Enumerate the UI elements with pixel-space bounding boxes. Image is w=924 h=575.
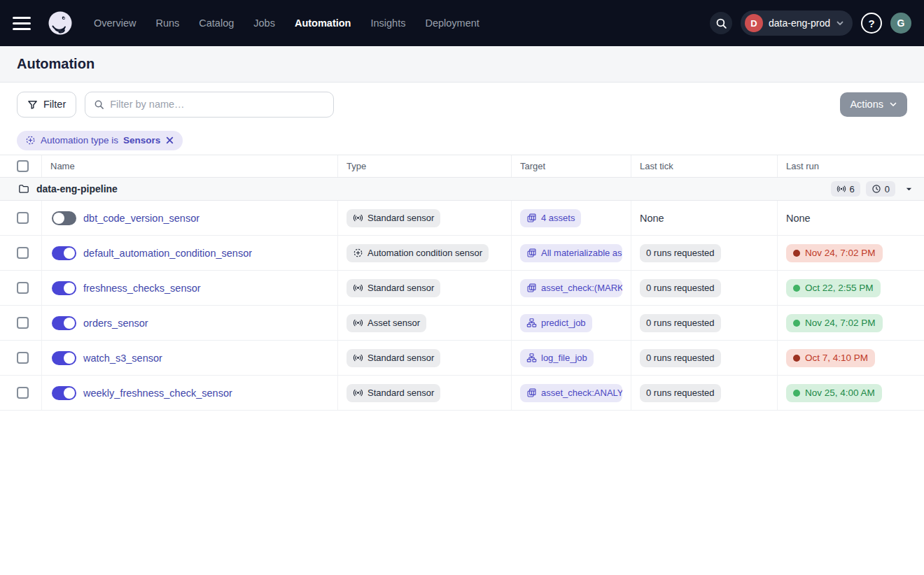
sensor-type-chip: Standard sensor (346, 349, 440, 367)
nav-item-automation[interactable]: Automation (295, 17, 351, 29)
folder-icon (18, 183, 29, 194)
sensor-name-link[interactable]: default_automation_condition_sensor (83, 248, 252, 259)
table-row: default_automation_condition_sensor Auto… (0, 236, 924, 271)
last-tick-chip[interactable]: 0 runs requested (640, 244, 721, 262)
row-checkbox[interactable] (17, 387, 29, 399)
asset-icon (526, 213, 537, 223)
last-tick-value: None (640, 213, 664, 224)
top-nav: OverviewRunsCatalogJobsAutomationInsight… (0, 0, 924, 46)
menu-icon[interactable] (13, 17, 31, 30)
dagster-logo-icon[interactable] (46, 9, 74, 37)
sensor-name-link[interactable]: freshness_checks_sensor (83, 283, 201, 294)
name-filter-input[interactable] (110, 99, 325, 110)
status-dot-icon (793, 250, 800, 257)
status-dot-icon (793, 390, 800, 397)
last-run-chip[interactable]: Oct 7, 4:10 PM (786, 349, 875, 367)
table-row: freshness_checks_sensor Standard sensor … (0, 271, 924, 306)
asset-icon (526, 283, 537, 293)
search-icon (94, 99, 104, 110)
table-row: dbt_code_version_sensor Standard sensor … (0, 201, 924, 236)
sensor-toggle[interactable] (52, 351, 76, 365)
sensor-toggle[interactable] (52, 246, 76, 260)
last-tick-chip[interactable]: 0 runs requested (640, 349, 721, 367)
collapse-group-icon[interactable] (905, 185, 913, 193)
sensor-target-chip[interactable]: asset_check:(MARK (520, 279, 622, 297)
sensor-target-chip[interactable]: log_file_job (520, 349, 594, 367)
nav-item-deployment[interactable]: Deployment (425, 17, 479, 29)
sensor-icon (353, 388, 363, 398)
user-avatar[interactable]: G (890, 13, 911, 34)
last-run-chip[interactable]: Nov 25, 4:00 AM (786, 384, 882, 402)
name-filter-box (85, 92, 334, 118)
filter-button-label: Filter (43, 99, 66, 110)
select-all-checkbox[interactable] (17, 160, 29, 172)
sensor-icon (353, 318, 363, 328)
workspace-name: data-eng-prod (769, 17, 830, 29)
sensor-icon (836, 184, 846, 194)
sensor-name-link[interactable]: watch_s3_sensor (83, 353, 162, 364)
sensor-toggle[interactable] (52, 316, 76, 330)
active-filters-row: Automation type is Sensors (0, 126, 924, 155)
status-dot-icon (793, 355, 800, 362)
sensor-icon (353, 353, 363, 363)
row-checkbox[interactable] (17, 282, 29, 294)
sensor-icon (353, 213, 363, 223)
nav-item-runs[interactable]: Runs (155, 17, 179, 29)
clock-icon (872, 184, 881, 194)
last-run-chip[interactable]: Nov 24, 7:02 PM (786, 314, 883, 332)
status-dot-icon (793, 285, 800, 292)
automation-type-filter-chip[interactable]: Automation type is Sensors (17, 131, 183, 150)
last-tick-chip[interactable]: 0 runs requested (640, 279, 721, 297)
search-button[interactable] (710, 12, 732, 34)
sensor-type-chip: Standard sensor (346, 279, 440, 297)
schedule-count-badge: 0 (866, 181, 895, 197)
row-checkbox[interactable] (17, 352, 29, 364)
last-run-chip[interactable]: Oct 22, 2:55 PM (786, 279, 881, 297)
automation-condition-icon (353, 248, 363, 258)
sensor-name-link[interactable]: orders_sensor (83, 318, 148, 329)
last-tick-chip[interactable]: 0 runs requested (640, 314, 721, 332)
table-header: Name Type Target Last tick Last run (0, 155, 924, 178)
sensor-type-chip: Automation condition sensor (346, 244, 489, 262)
chevron-down-icon (836, 19, 844, 27)
sensor-target-chip[interactable]: asset_check:ANALY (520, 384, 622, 402)
last-tick-chip[interactable]: 0 runs requested (640, 384, 721, 402)
asset-icon (526, 248, 537, 258)
sensor-type-chip: Asset sensor (346, 314, 426, 332)
status-dot-icon (793, 320, 800, 327)
table-row: watch_s3_sensor Standard sensor log_file… (0, 341, 924, 376)
funnel-icon (27, 99, 38, 110)
actions-button[interactable]: Actions (840, 92, 907, 117)
nav-item-insights[interactable]: Insights (370, 17, 405, 29)
group-name: data-eng-pipeline (36, 183, 118, 194)
table-row: weekly_freshness_check_sensor Standard s… (0, 376, 924, 411)
row-checkbox[interactable] (17, 247, 29, 259)
actions-button-label: Actions (850, 99, 883, 110)
sensor-target-chip[interactable]: All materializable as (520, 244, 622, 262)
remove-filter-icon[interactable] (165, 136, 174, 145)
row-checkbox[interactable] (17, 212, 29, 224)
last-run-chip[interactable]: Nov 24, 7:02 PM (786, 244, 883, 262)
help-icon[interactable]: ? (861, 13, 882, 34)
repo-group-row[interactable]: data-eng-pipeline 6 0 (0, 178, 924, 201)
primary-nav: OverviewRunsCatalogJobsAutomationInsight… (94, 17, 479, 29)
row-checkbox[interactable] (17, 317, 29, 329)
table-row: orders_sensor Asset sensor predict_job 0… (0, 306, 924, 341)
nav-item-jobs[interactable]: Jobs (253, 17, 275, 29)
schedule-count: 0 (885, 184, 890, 194)
sensor-type-chip: Standard sensor (346, 209, 440, 227)
sensor-toggle[interactable] (52, 386, 76, 400)
sensor-target-chip[interactable]: predict_job (520, 314, 592, 332)
sensor-count-badge: 6 (831, 181, 860, 197)
nav-item-catalog[interactable]: Catalog (199, 17, 234, 29)
sensor-target-chip[interactable]: 4 assets (520, 209, 581, 227)
workspace-switcher[interactable]: D data-eng-prod (741, 10, 853, 36)
sensor-name-link[interactable]: weekly_freshness_check_sensor (83, 388, 232, 399)
sensor-toggle[interactable] (52, 211, 76, 225)
column-header-last-run: Last run (778, 155, 924, 177)
sensor-name-link[interactable]: dbt_code_version_sensor (83, 213, 200, 224)
filter-button[interactable]: Filter (17, 92, 76, 118)
sensor-type-chip: Standard sensor (346, 384, 440, 402)
nav-item-overview[interactable]: Overview (94, 17, 136, 29)
sensor-toggle[interactable] (52, 281, 76, 295)
